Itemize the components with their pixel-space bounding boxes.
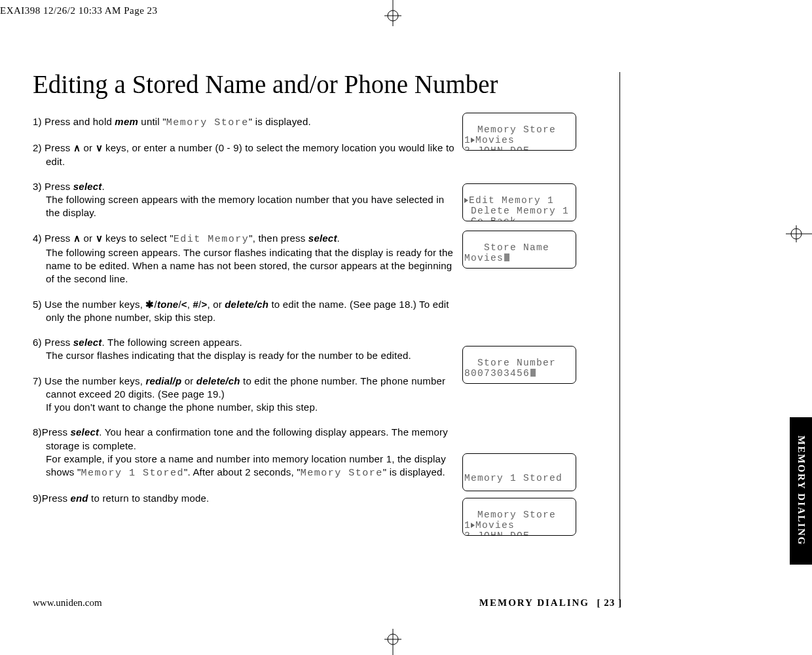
side-tab-label: MEMORY DIALING <box>796 436 807 546</box>
pointer-icon <box>464 198 468 203</box>
lcd-screen-1: Memory Store1Movies2 JOHN DOE <box>462 113 576 151</box>
down-arrow-icon: ∨ <box>96 142 103 153</box>
lcd-screen-4: Store Number8007303456 <box>462 346 576 384</box>
footer-url: www.uniden.com <box>33 597 102 608</box>
step-8: 8)Press select. You hear a confirmation … <box>33 426 458 480</box>
step-7: 7) Use the number keys, redial/p or dele… <box>33 375 458 415</box>
step-3: 3) Press select. The following screen ap… <box>33 180 458 220</box>
lcd-screens-column: Memory Store1Movies2 JOHN DOE Edit Memor… <box>462 113 584 536</box>
lcd-screen-2: Edit Memory 1 Delete Memory 1 Go Back <box>462 183 576 221</box>
page-title: Editing a Stored Name and/or Phone Numbe… <box>33 69 779 99</box>
up-arrow-icon: ∧ <box>73 142 81 153</box>
step-2: 2) Press ∧ or ∨ keys, or enter a number … <box>33 141 458 168</box>
cursor-icon <box>530 369 536 377</box>
registration-mark-right <box>786 225 812 242</box>
print-header: EXAI398 12/26/2 10:33 AM Page 23 <box>0 5 158 16</box>
pointer-icon <box>471 138 475 143</box>
footer-section: MEMORY DIALING [ 23 ] <box>479 597 622 608</box>
step-5: 5) Use the number keys, ✱/tone/<, #/>, o… <box>33 298 458 325</box>
lcd-screen-6: Memory Store1Movies2 JOHN DOE <box>462 498 576 536</box>
cursor-icon <box>504 253 509 261</box>
lcd-screen-5: Memory 1 Stored <box>462 453 576 491</box>
instructions: 1) Press and hold mem until "Memory Stor… <box>33 115 458 517</box>
up-arrow-icon: ∧ <box>73 233 81 244</box>
step-4: 4) Press ∧ or ∨ keys to select "Edit Mem… <box>33 232 458 286</box>
step-9: 9)Press end to return to standby mode. <box>33 492 458 505</box>
pointer-icon <box>471 523 475 528</box>
registration-mark-bottom <box>384 629 401 655</box>
step-6: 6) Press select. The following screen ap… <box>33 336 458 363</box>
down-arrow-icon: ∨ <box>96 233 103 244</box>
lcd-screen-3: Store NameMovies <box>462 231 576 269</box>
vertical-divider <box>619 72 620 603</box>
page-footer: www.uniden.com MEMORY DIALING [ 23 ] <box>33 597 622 608</box>
registration-mark-top <box>384 0 401 26</box>
step-1: 1) Press and hold mem until "Memory Stor… <box>33 115 458 130</box>
side-tab: MEMORY DIALING <box>790 417 812 565</box>
